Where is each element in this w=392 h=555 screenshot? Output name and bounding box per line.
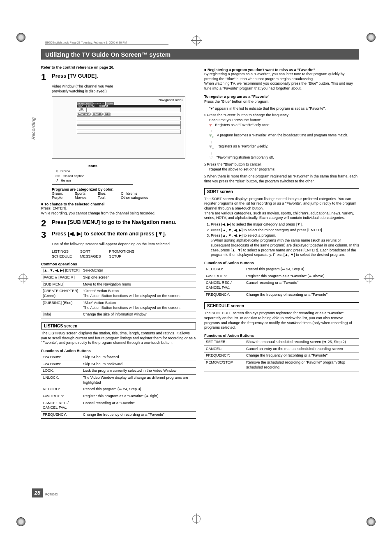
- registration-mark-icon: [19, 274, 27, 282]
- step-number: 1: [41, 73, 48, 82]
- sort-heading: SORT screen: [204, 188, 359, 195]
- cat-label: Purple:: [52, 196, 72, 200]
- op-desc: Skip 24 hours forward: [81, 354, 196, 361]
- op-desc: Skip 24 hours backward: [81, 361, 196, 368]
- bullet-text: When sorting alphabetically, programs wi…: [211, 238, 359, 258]
- registration-mark-icon: [192, 36, 201, 44]
- screen-name: SORT: [80, 249, 101, 254]
- op-key: +24 Hours:: [41, 354, 81, 361]
- text: While recording, you cannot change from …: [41, 211, 196, 216]
- text: By registering a program as a "Favorite"…: [204, 72, 359, 81]
- register-title: To register a program as a "Favorite": [204, 94, 359, 99]
- text: Each time you press the button:: [209, 118, 359, 123]
- left-column: Refer to the control reference on page 2…: [41, 65, 196, 419]
- op-key: UNLOCK:: [41, 375, 81, 386]
- cc-icon: CC: [55, 174, 60, 178]
- op-key: CANCEL REC./ CANCEL FAV.:: [41, 400, 81, 411]
- common-ops-title: Common operations: [41, 262, 196, 266]
- channel-sub: kxv123: [77, 110, 86, 112]
- text: The SORT screen displays program listing…: [204, 197, 359, 211]
- cat-label: Blue:: [98, 191, 118, 196]
- heart-icon: ♥: [209, 123, 212, 127]
- op-key: RECORD:: [204, 266, 244, 273]
- crop-mark-icon: [16, 517, 25, 526]
- op-desc: Cancel recording or a "Favorite": [244, 280, 359, 291]
- section-tab: Recording: [31, 117, 36, 140]
- screen-name: PROMOTIONS: [109, 249, 135, 254]
- op-key: RECORD:: [41, 386, 81, 393]
- doc-code: RQT8023: [45, 493, 58, 496]
- op-desc: Change the frequency of recording or a "…: [244, 291, 359, 298]
- op-key: CANCEL:: [204, 345, 244, 352]
- crop-mark-icon: [367, 517, 376, 526]
- text: Press [ENTER].: [41, 206, 196, 211]
- icons-title: Icons: [55, 164, 129, 168]
- screen-name: SCHEDULE: [52, 254, 72, 259]
- right-column: Registering a program you don't want to …: [204, 65, 359, 419]
- pill-record: RECORD: [92, 113, 103, 116]
- cat-value: Children's: [121, 191, 137, 196]
- op-desc: Register this program as a "Favorite" (➡…: [244, 273, 359, 280]
- text: "Favorite" registration temporarily off.: [217, 155, 274, 159]
- page: EH50English.book Page 28 Tuesday, Februa…: [0, 0, 392, 555]
- op-key: FREQUENCY:: [204, 352, 244, 359]
- op-key: CANCEL REC./ CANCEL FAV.:: [204, 280, 244, 291]
- op-desc: Cancel recording or a "Favorite": [81, 400, 196, 411]
- list-item: Press [▲, ▼, ◀, ▶] to select the minor c…: [211, 228, 359, 233]
- text: Registers as a "Favorite" only once.: [215, 123, 271, 127]
- cat-value: Other categories: [121, 196, 148, 200]
- pill-favorites: FAVORITES: [77, 113, 91, 116]
- step-number: 3: [41, 230, 48, 240]
- op-desc: Record this program (➡ 24, Step 3): [244, 266, 359, 273]
- op-key: [SUB MENU]: [41, 281, 81, 288]
- favorite-heading: Registering a program you don't want to …: [204, 68, 359, 72]
- page-number: 28: [32, 488, 43, 497]
- step-number: 2: [41, 219, 48, 228]
- op-key: [DUBBING] (Blue): [41, 299, 81, 311]
- step-heading: Press [TV GUIDE].: [52, 73, 98, 80]
- action-buttons-title: Functions of Action Buttons: [41, 349, 196, 353]
- sort-table: RECORD:Record this program (➡ 24, Step 3…: [204, 266, 359, 298]
- op-key: FAVORITES:: [204, 273, 244, 280]
- cat-value: Movies: [75, 196, 95, 200]
- op-desc: Register this program as a "Favorite" (➡…: [81, 393, 196, 400]
- book-header: EH50English.book Page 28 Tuesday, Februa…: [45, 41, 168, 45]
- op-key: −24 Hours:: [41, 361, 81, 368]
- sub-heading: To change to the selected channel: [41, 202, 196, 206]
- step-heading: Press [SUB MENU] to go to the Navigation…: [52, 219, 176, 226]
- op-key: SET TIMER:: [204, 339, 244, 346]
- text: There are various categories, such as mo…: [204, 211, 359, 221]
- op-desc: Change the frequency of recording or a "…: [244, 352, 359, 359]
- op-key: FAVORITES:: [41, 393, 81, 400]
- text: The SCHEDULE screen displays programs re…: [204, 311, 359, 330]
- screen-name: MESSAGES: [80, 254, 101, 259]
- crop-mark-icon: [16, 33, 25, 42]
- op-desc: Record this program (➡ 24, Step 3): [81, 386, 196, 393]
- text: Repeat the above to set other programs.: [209, 167, 359, 172]
- text: "♥" appears in the list to indicate that…: [209, 106, 359, 111]
- text: Registers as a "Favorite" weekly.: [217, 144, 268, 148]
- op-key: [CREATE CHAPTER] (Green): [41, 288, 81, 299]
- stereo-label: Stereo: [60, 169, 70, 173]
- list-item: Press [◀, ▶] to select the major categor…: [211, 222, 359, 227]
- bullet-text: Press the "Blue" button to cancel.: [204, 162, 359, 167]
- op-desc: The Video Window display will change as …: [81, 375, 196, 386]
- op-key: [PAGE ∧][PAGE ∨]: [41, 274, 81, 281]
- op-key: [▲, ▼, ◀, ▶] [ENTER]: [41, 267, 81, 274]
- sort-steps: Press [◀, ▶] to select the major categor…: [204, 222, 359, 258]
- op-key: REMOVE/STOP: [204, 359, 244, 371]
- listings-heading: LISTINGS screen: [41, 322, 196, 329]
- common-ops-table: [▲, ▼, ◀, ▶] [ENTER]Select/Enter [PAGE ∧…: [41, 267, 196, 318]
- down-arrow-icon: ↓: [210, 140, 359, 144]
- op-desc: Change the frequency of recording or a "…: [81, 412, 196, 419]
- text: When watching TV, we recommend you occas…: [204, 81, 359, 91]
- op-key: LOCK:: [41, 368, 81, 375]
- op-desc: Change the size of information window: [81, 311, 196, 318]
- crop-mark-icon: [367, 33, 376, 42]
- cat-label: Green:: [52, 191, 72, 196]
- rerun-icon: ↺: [55, 178, 58, 183]
- op-desc: Cancel an entry on the manual scheduled …: [244, 345, 359, 352]
- favorite-flow: ♥Registers as a "Favorite" only once. ↓ …: [209, 123, 359, 160]
- video-window-caption: Video window (The channel you were previ…: [52, 84, 118, 94]
- op-key: FREQUENCY:: [41, 412, 81, 419]
